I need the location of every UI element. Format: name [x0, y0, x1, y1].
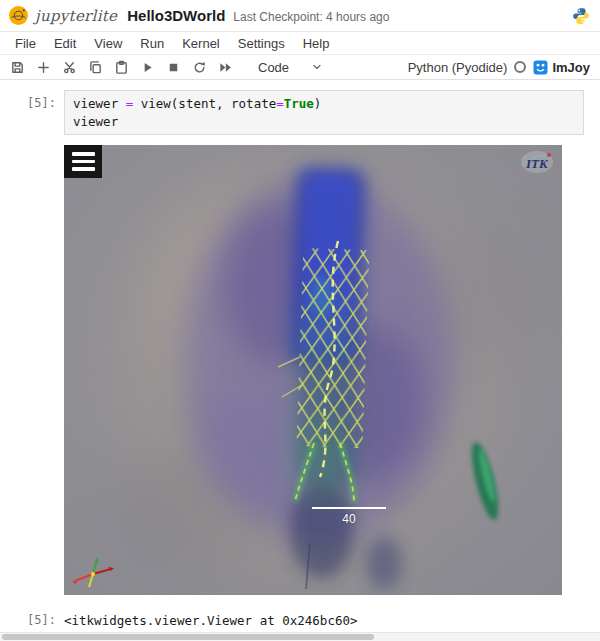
kernel-status-icon	[514, 61, 526, 73]
save-button[interactable]	[10, 60, 25, 75]
header: jupyterlite Hello3DWorld Last Checkpoint…	[0, 0, 600, 32]
logo-text: jupyterlite	[35, 7, 117, 25]
output-prompt: [5]:	[14, 607, 64, 627]
text-output-area: [5]: <itkwidgets.viewer.Viewer at 0x246b…	[14, 607, 584, 628]
run-icon	[140, 60, 155, 75]
imjoy-label: ImJoy	[552, 60, 590, 75]
copy-cell-button[interactable]	[88, 60, 103, 75]
menu-help[interactable]: Help	[294, 34, 339, 53]
code-line-1: viewer = view(stent, rotate=True)	[73, 95, 575, 113]
widget-output-area: ITK 40	[14, 145, 584, 595]
add-cell-button[interactable]	[36, 60, 51, 75]
svg-text:ITK: ITK	[525, 156, 549, 171]
notebook-content: [5]: viewer = view(stent, rotate=True) v…	[0, 80, 600, 628]
itk-logo-icon: ITK	[520, 149, 554, 175]
copy-icon	[88, 60, 103, 75]
hamburger-menu-icon[interactable]	[64, 145, 102, 178]
menu-edit[interactable]: Edit	[45, 34, 85, 53]
python-logo-icon	[572, 7, 590, 25]
save-icon	[10, 60, 25, 75]
paste-cell-button[interactable]	[114, 60, 129, 75]
interrupt-kernel-button[interactable]	[166, 60, 181, 75]
code-line-2: viewer	[73, 113, 575, 131]
jupyterlite-logo[interactable]: jupyterlite	[8, 5, 117, 26]
orientation-axes-icon	[70, 557, 116, 591]
paste-icon	[114, 60, 129, 75]
horizontal-scrollbar[interactable]	[0, 632, 600, 641]
add-cell-icon	[36, 60, 51, 75]
menu-bar: File Edit View Run Kernel Settings Help	[0, 32, 600, 54]
cell-type-dropdown[interactable]: Code	[258, 60, 323, 75]
menu-run[interactable]: Run	[131, 34, 173, 53]
itk-3d-viewer[interactable]: ITK 40	[64, 145, 562, 595]
checkpoint-status: Last Checkpoint: 4 hours ago	[233, 10, 389, 24]
scale-bar-line	[312, 507, 386, 509]
run-cell-button[interactable]	[140, 60, 155, 75]
jupyterlite-logo-icon	[8, 5, 29, 26]
menu-settings[interactable]: Settings	[229, 34, 294, 53]
title-group: Hello3DWorld Last Checkpoint: 4 hours ag…	[127, 7, 389, 24]
cut-cell-button[interactable]	[62, 60, 77, 75]
code-cell: [5]: viewer = view(stent, rotate=True) v…	[14, 90, 584, 135]
input-prompt: [5]:	[14, 90, 64, 110]
stop-icon	[166, 60, 181, 75]
scale-bar-label: 40	[312, 512, 386, 526]
menu-kernel[interactable]: Kernel	[173, 34, 229, 53]
volume-rendering-canvas[interactable]	[64, 145, 562, 595]
menu-view[interactable]: View	[85, 34, 131, 53]
code-editor[interactable]: viewer = view(stent, rotate=True) viewer	[64, 90, 584, 135]
restart-kernel-button[interactable]	[192, 60, 207, 75]
restart-kernel-icon	[192, 60, 207, 75]
scale-bar: 40	[312, 507, 386, 526]
notebook-title[interactable]: Hello3DWorld	[127, 7, 225, 24]
scrollbar-thumb[interactable]	[2, 634, 374, 640]
cell-type-value: Code	[258, 60, 289, 75]
chevron-down-icon	[311, 61, 323, 73]
kernel-name[interactable]: Python (Pyodide)	[408, 60, 508, 75]
imjoy-icon	[533, 60, 548, 75]
restart-run-all-button[interactable]	[218, 60, 233, 75]
output-repr: <itkwidgets.viewer.Viewer at 0x246bc60>	[64, 607, 358, 628]
imjoy-button[interactable]: ImJoy	[533, 60, 590, 75]
cut-icon	[62, 60, 77, 75]
restart-run-all-icon	[218, 60, 233, 75]
notebook-toolbar: Code Python (Pyodide) ImJoy	[0, 54, 600, 80]
menu-file[interactable]: File	[6, 34, 45, 53]
